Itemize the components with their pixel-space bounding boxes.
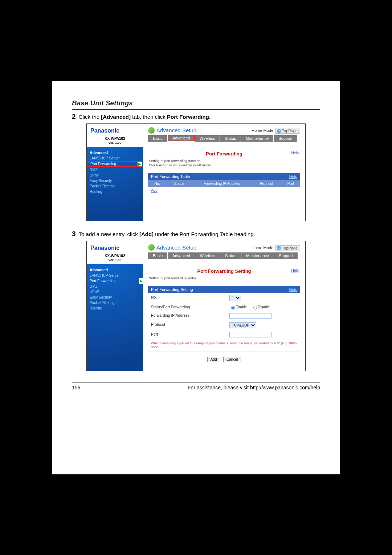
- step-3: 3 To add a new entry, click [Add] under …: [72, 230, 320, 238]
- sidebar-item-lan-dhcp[interactable]: LAN/DHCP Server: [87, 273, 143, 278]
- content-title: Port Forwarding: [148, 151, 300, 157]
- step-number: 3: [72, 230, 76, 238]
- tab-basic[interactable]: Basic: [148, 252, 168, 259]
- home-mode-area: Home Mode ➜ TopPage: [252, 244, 300, 251]
- arrow-icon: ➜: [277, 129, 281, 133]
- brand-logo: Panasonic: [87, 241, 143, 253]
- help-link[interactable]: Help: [291, 268, 299, 272]
- top-page-button[interactable]: ➜ TopPage: [275, 245, 300, 251]
- sidebar: Panasonic KX-WPA102 Ver. 1.00 Advanced L…: [87, 241, 143, 371]
- sidebar-item-label: Port Forwarding: [90, 279, 115, 283]
- title-text: Advanced Setup: [156, 244, 196, 251]
- add-button[interactable]: Add: [207, 357, 220, 362]
- manual-page: Base Unit Settings 2 Click the [Advanced…: [52, 81, 340, 474]
- bold: [Add]: [139, 231, 154, 237]
- bold: Port Forwarding: [167, 114, 209, 120]
- divider: [148, 282, 300, 282]
- sidebar-item-upnp[interactable]: UPnP: [87, 289, 143, 295]
- tab-maintenance[interactable]: Maintenance: [241, 135, 274, 142]
- step-text: To add a new entry, click [Add] under th…: [79, 231, 255, 237]
- arrow-icon: ➜: [277, 246, 281, 250]
- sidebar-item-port-forwarding[interactable]: Port Forwarding ▶: [87, 278, 143, 284]
- col-status: Status: [166, 180, 192, 187]
- label-port: Port: [148, 330, 226, 339]
- content-title: Port Forwarding Setting: [148, 268, 300, 274]
- step-2: 2 Click the [Advanced] tab, then click P…: [72, 113, 320, 121]
- sidebar-heading: Advanced: [87, 149, 143, 155]
- sidebar-item-dmz[interactable]: DMZ: [87, 167, 143, 173]
- sidebar-item-dmz[interactable]: DMZ: [87, 284, 143, 289]
- sidebar-item-packet-filtering[interactable]: Packet Filtering: [87, 183, 143, 189]
- tab-support[interactable]: Support: [274, 252, 298, 259]
- tab-basic[interactable]: Basic: [148, 135, 168, 142]
- tab-wireless[interactable]: Wireless: [195, 135, 220, 142]
- form-row-no: No. 1: [148, 293, 300, 303]
- label-status: Status/Port Forwarding: [148, 303, 226, 312]
- label-protocol: Protocol: [148, 320, 226, 330]
- help-link[interactable]: Help: [289, 287, 297, 292]
- sidebar-item-upnp[interactable]: UPnP: [87, 173, 143, 178]
- label-ip: Forwarding IP Address: [148, 311, 226, 320]
- port-input[interactable]: [229, 332, 271, 337]
- radio-disable[interactable]: [253, 306, 257, 309]
- cancel-button[interactable]: Cancel: [223, 357, 241, 362]
- enable-label: Enable: [236, 305, 247, 309]
- chevron-right-icon: ▶: [139, 278, 143, 284]
- page-number: 156: [72, 385, 80, 390]
- sidebar-item-routing[interactable]: Routing: [87, 189, 143, 194]
- form-row-status: Status/Port Forwarding Enable Disable: [148, 303, 300, 312]
- col-no: No.: [148, 180, 166, 187]
- note-text: Setting of port forwarding function. Thi…: [149, 159, 299, 167]
- t: tab, then click: [131, 114, 167, 120]
- help-link[interactable]: Help: [289, 174, 297, 179]
- add-link[interactable]: Add: [151, 189, 158, 193]
- top-page-button[interactable]: ➜ TopPage: [275, 128, 300, 134]
- page-title: Advanced Setup: [148, 127, 196, 134]
- table-header-bar: Port Forwarding Table Help: [148, 173, 300, 180]
- home-mode-label: Home Mode: [252, 246, 273, 250]
- model-label: KX-WPA102: [87, 253, 143, 258]
- tab-wireless[interactable]: Wireless: [195, 252, 220, 259]
- tab-support[interactable]: Support: [274, 135, 297, 142]
- sidebar-item-lan-dhcp[interactable]: LAN/DHCP Server: [87, 155, 143, 161]
- page-footer: 156 For assistance, please visit http://…: [72, 385, 320, 390]
- help-link[interactable]: Help: [291, 151, 299, 155]
- top-page-label: TopPage: [282, 246, 298, 250]
- form-row-ip: Forwarding IP Address: [148, 311, 300, 320]
- no-select[interactable]: 1: [229, 295, 241, 301]
- form-row-protocol: Protocol TCP&UDP: [148, 320, 300, 330]
- ip-input[interactable]: [229, 313, 271, 319]
- note-text: Setting of port forwarding entry.: [149, 276, 299, 280]
- tab-advanced[interactable]: Advanced: [168, 252, 195, 259]
- sidebar-item-port-forwarding[interactable]: Port Forwarding ▶: [87, 161, 142, 167]
- label-no: No.: [148, 293, 226, 303]
- chevron-right-icon: ▶: [138, 162, 142, 166]
- table-title: Port Forwarding Table: [151, 174, 190, 179]
- step-text: Click the [Advanced] tab, then click Por…: [79, 114, 211, 120]
- tab-status[interactable]: Status: [220, 252, 241, 259]
- radio-enable[interactable]: [231, 306, 235, 309]
- col-ip: Forwarding IP Address: [192, 180, 252, 187]
- section-title: Base Unit Settings: [72, 99, 320, 107]
- tab-maintenance[interactable]: Maintenance: [241, 252, 274, 259]
- form-row-port: Port: [148, 330, 300, 339]
- col-protocol: Protocol: [252, 180, 281, 187]
- sidebar-item-routing[interactable]: Routing: [87, 305, 143, 311]
- disable-label: Disable: [258, 305, 270, 309]
- protocol-select[interactable]: TCP&UDP: [229, 322, 256, 328]
- screenshot-2: Panasonic KX-WPA102 Ver. 1.00 Advanced L…: [86, 241, 306, 371]
- sidebar-item-easy-security[interactable]: Easy Security: [87, 295, 143, 300]
- brand-logo: Panasonic: [87, 124, 143, 135]
- table-header-bar: Port Forwarding Setting Help: [148, 286, 300, 293]
- sidebar-item-easy-security[interactable]: Easy Security: [87, 178, 143, 183]
- tab-status[interactable]: Status: [220, 135, 241, 142]
- hint-text: When forwarding a packet to a range of p…: [148, 339, 300, 350]
- enable-option[interactable]: Enable: [229, 305, 247, 309]
- tab-advanced[interactable]: Advanced: [168, 135, 195, 141]
- model-label: KX-WPA102: [87, 135, 143, 141]
- sidebar-item-packet-filtering[interactable]: Packet Filtering: [87, 300, 143, 305]
- top-page-label: TopPage: [282, 129, 298, 133]
- disable-option[interactable]: Disable: [252, 305, 270, 309]
- t: Click the: [79, 114, 101, 120]
- button-row: Add Cancel: [148, 356, 300, 362]
